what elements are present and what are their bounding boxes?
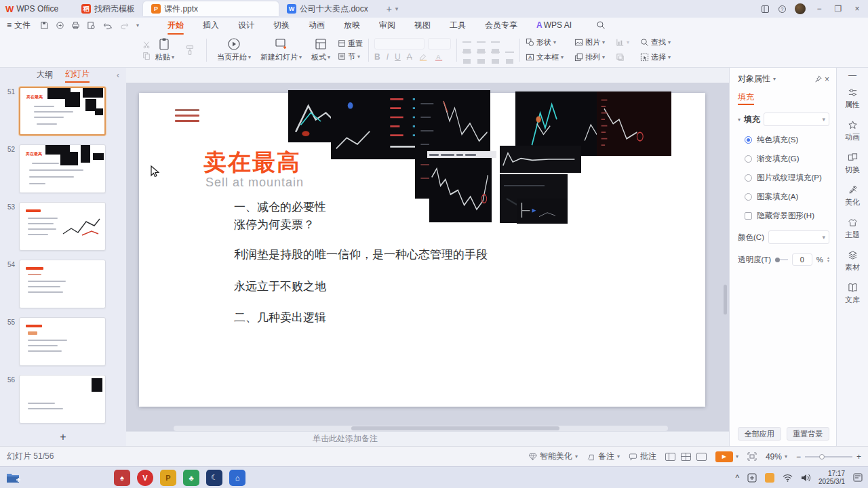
tab-slideshow[interactable]: 放映: [342, 18, 361, 33]
option-gradient-fill[interactable]: 渐变填充(G): [738, 154, 829, 164]
textbox-button[interactable]: A 文本框▾: [526, 52, 564, 62]
transparency-stepper[interactable]: ▴▾: [827, 256, 829, 263]
tab-view[interactable]: 视图: [413, 18, 432, 33]
rail-item-beautify[interactable]: 美化: [837, 181, 868, 211]
slide-thumbnail-54[interactable]: 54: [0, 260, 126, 308]
notes-button[interactable]: 备注▾: [587, 451, 620, 462]
rail-item-assets[interactable]: 素材: [837, 246, 868, 277]
select-button[interactable]: 选择▾: [640, 52, 671, 62]
chart-button[interactable]: ▾: [616, 38, 629, 47]
collapse-panel-icon[interactable]: ‹: [117, 70, 119, 80]
zoom-in-button[interactable]: +: [856, 452, 861, 462]
picture-button[interactable]: 图片▾: [574, 37, 605, 47]
color-dropdown[interactable]: ▾: [768, 230, 829, 244]
indent-icon[interactable]: [491, 41, 500, 49]
tab-wps-ai[interactable]: AWPS AI: [535, 19, 573, 31]
copy-icon[interactable]: [142, 52, 151, 60]
search-icon[interactable]: [596, 20, 606, 30]
zoom-slider-knob[interactable]: [819, 454, 825, 460]
slide-subtitle[interactable]: Sell at mountain: [205, 176, 304, 190]
quick-access-chevron-icon[interactable]: ▾: [136, 22, 139, 28]
rail-item-theme[interactable]: 主题: [837, 214, 868, 244]
crescent-app-icon[interactable]: ☾: [206, 470, 222, 486]
doc-tab-docer[interactable]: 稻 找稻壳模板: [73, 1, 143, 16]
tab-tools[interactable]: 工具: [448, 18, 467, 33]
folder-plus-icon[interactable]: [5, 471, 20, 485]
highlight-color-icon[interactable]: [418, 53, 428, 61]
shapes-button[interactable]: 形状▾: [526, 37, 564, 47]
slide-thumbnail-55[interactable]: 55: [0, 317, 126, 366]
normal-view-button[interactable]: [665, 453, 675, 461]
stock-chart-image[interactable]: [429, 158, 492, 222]
arrange-button[interactable]: 排列▾: [574, 52, 605, 62]
smart-beautify-button[interactable]: 智能美化▾: [528, 451, 578, 462]
slide-body-textbox[interactable]: 一、减仓的必要性 涨停为何卖票？ 利润垫是持股的唯一信仰，是一种心态管理的手段 …: [234, 199, 668, 388]
file-menu-button[interactable]: ≡ 文件: [7, 20, 31, 31]
merge-shapes-button[interactable]: [616, 53, 629, 62]
slide-thumbnail-53[interactable]: 53: [0, 202, 126, 251]
apply-to-all-button[interactable]: 全部应用: [738, 427, 781, 441]
rail-item-transition[interactable]: 切换: [837, 148, 868, 179]
stock-chart-image[interactable]: [439, 90, 490, 157]
tab-member[interactable]: 会员专享: [484, 18, 519, 33]
rail-item-library[interactable]: 文库: [837, 279, 868, 309]
align-left-icon[interactable]: [462, 52, 471, 59]
card-game-app-icon[interactable]: ♠: [114, 470, 130, 486]
cut-icon[interactable]: [142, 41, 151, 49]
fill-style-dropdown[interactable]: ▾: [764, 113, 829, 126]
wifi-icon[interactable]: [783, 474, 793, 482]
workspace-icon[interactable]: [761, 5, 770, 14]
doc-tab-docx[interactable]: W 公司十大卖点.docx: [279, 1, 376, 16]
doc-tab-kejian-pptx[interactable]: P 课件.pptx: [143, 1, 279, 16]
orange-tray-icon[interactable]: [765, 473, 774, 483]
justify-icon[interactable]: [505, 52, 514, 59]
comments-button[interactable]: 批注: [629, 451, 656, 462]
find-button[interactable]: 查找▾: [640, 37, 671, 47]
clock[interactable]: 17:17 2025/3/1: [818, 470, 845, 486]
align-center-icon[interactable]: [477, 52, 486, 59]
slide-51[interactable]: 卖在最高 Sell at mountain 一、减仓的必要性 涨停为何卖票？ 利…: [139, 93, 705, 407]
tab-outline[interactable]: 大纲: [37, 69, 53, 82]
notes-bar[interactable]: 单击此处添加备注: [126, 431, 729, 446]
green-spade-app-icon[interactable]: ♣: [183, 470, 199, 486]
tray-expand-icon[interactable]: ^: [735, 473, 739, 483]
slide-thumbnail-51[interactable]: 51 卖在最高: [0, 87, 126, 136]
slide-sorter-view-button[interactable]: [681, 453, 691, 461]
user-avatar[interactable]: [795, 3, 806, 14]
volume-icon[interactable]: [801, 474, 810, 482]
section-collapse-icon[interactable]: ▾: [738, 117, 741, 123]
font-size-dropdown[interactable]: [428, 38, 451, 49]
restore-button[interactable]: ❐: [833, 4, 844, 14]
font-family-dropdown[interactable]: [374, 38, 425, 49]
option-picture-fill[interactable]: 图片或纹理填充(P): [738, 173, 829, 183]
fit-window-icon[interactable]: [747, 452, 757, 461]
tab-transition[interactable]: 切换: [272, 18, 291, 33]
save-icon[interactable]: [40, 21, 49, 30]
canvas-vertical-scrollbar[interactable]: [724, 285, 727, 314]
paste-button[interactable]: 粘贴▾: [151, 37, 179, 62]
tab-slides[interactable]: 幻灯片: [65, 68, 90, 83]
underline-button[interactable]: U: [395, 52, 401, 62]
zoom-out-button[interactable]: −: [796, 452, 801, 462]
redo-icon[interactable]: [119, 21, 130, 30]
section-button[interactable]: 节▾: [338, 52, 363, 62]
input-method-icon[interactable]: [747, 473, 757, 483]
slide-menu-decoration-icon[interactable]: [175, 109, 199, 122]
export-icon[interactable]: [56, 21, 64, 30]
slideshow-button[interactable]: ▶▾: [715, 451, 738, 462]
undo-icon[interactable]: [102, 21, 113, 30]
add-slide-button[interactable]: +: [0, 428, 126, 446]
italic-button[interactable]: I: [387, 52, 389, 62]
tab-insert[interactable]: 插入: [201, 18, 220, 33]
align-right-icon[interactable]: [491, 52, 500, 59]
reset-background-button[interactable]: 重置背景: [787, 427, 830, 441]
stock-chart-image[interactable]: [597, 92, 671, 156]
print-preview-icon[interactable]: [87, 21, 96, 30]
reading-view-button[interactable]: [696, 453, 707, 461]
new-tab-button[interactable]: +: [383, 3, 395, 14]
collapse-rail-icon[interactable]: —: [848, 70, 856, 80]
pin-icon[interactable]: [814, 75, 822, 83]
bullet-list-icon[interactable]: [462, 41, 471, 49]
print-icon[interactable]: [71, 21, 80, 30]
option-hide-background[interactable]: 隐藏背景图形(H): [738, 211, 829, 221]
